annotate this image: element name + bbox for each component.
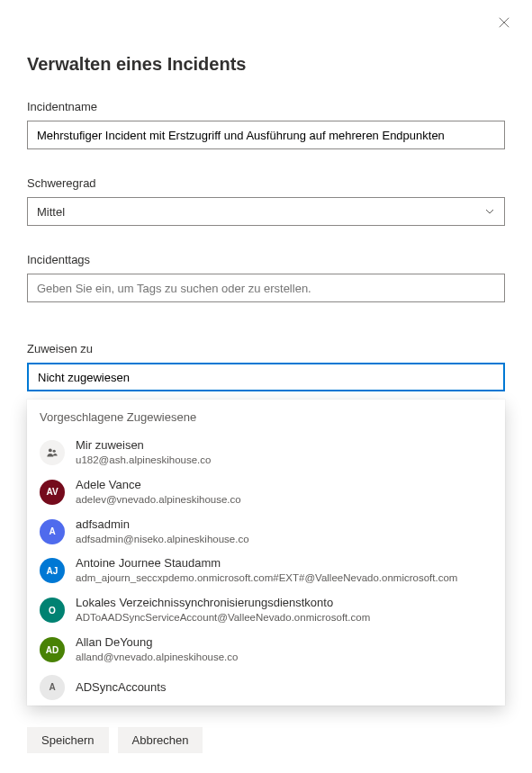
- avatar: A: [40, 519, 65, 544]
- assign-option[interactable]: OLokales Verzeichnissynchronisierungsdie…: [27, 590, 505, 630]
- dropdown-header: Vorgeschlagene Zugewiesene: [27, 400, 505, 433]
- assign-to-label: Zuweisen zu: [27, 342, 505, 355]
- save-button[interactable]: Speichern: [27, 727, 109, 753]
- severity-select[interactable]: Mittel: [27, 197, 505, 226]
- page-title: Verwalten eines Incidents: [27, 54, 505, 75]
- person-name: adfsadmin: [76, 517, 249, 533]
- people-icon: [40, 440, 65, 465]
- severity-label: Schweregrad: [27, 176, 505, 190]
- assign-option[interactable]: ADAllan DeYoungalland@vnevado.alpineskih…: [27, 630, 505, 670]
- person-email: alland@vnevado.alpineskihouse.co: [76, 651, 238, 664]
- person-name: Adele Vance: [76, 478, 241, 493]
- incident-name-input[interactable]: [27, 121, 505, 149]
- person-name: Lokales Verzeichnissynchronisierungsdien…: [76, 596, 370, 611]
- person-name: Allan DeYoung: [76, 635, 238, 651]
- assign-option[interactable]: Aadfsadminadfsadmin@niseko.alpineskihous…: [27, 512, 505, 552]
- person-email: ADToAADSyncServiceAccount@ValleeNevado.o…: [76, 611, 370, 625]
- cancel-button[interactable]: Abbrechen: [118, 727, 203, 753]
- avatar: AD: [40, 637, 65, 662]
- tags-label: Incidenttags: [27, 253, 505, 266]
- avatar: AV: [40, 480, 65, 505]
- assign-option[interactable]: AVAdele Vanceadelev@vnevado.alpineskihou…: [27, 472, 505, 512]
- close-icon: [498, 16, 510, 29]
- assign-option[interactable]: AADSyncAccounts: [27, 670, 505, 706]
- chevron-down-icon: [484, 206, 495, 217]
- assign-to-input[interactable]: [27, 363, 505, 391]
- person-email: adm_ajourn_seccxpdemo.onmicrosoft.com#EX…: [76, 571, 457, 585]
- tags-input[interactable]: [27, 274, 505, 302]
- avatar: O: [40, 598, 65, 623]
- person-name: Antoine Journee Staudamm: [76, 556, 457, 571]
- assign-dropdown: Vorgeschlagene Zugewiesene Mir zuweisenu…: [27, 400, 505, 706]
- incident-name-label: Incidentname: [27, 100, 505, 113]
- dropdown-scroll[interactable]: Mir zuweisenu182@ash.alpineskihouse.coAV…: [27, 433, 505, 706]
- person-name: Mir zuweisen: [76, 438, 211, 454]
- assign-option[interactable]: Mir zuweisenu182@ash.alpineskihouse.co: [27, 433, 505, 472]
- assign-option[interactable]: AJAntoine Journee Staudammadm_ajourn_sec…: [27, 551, 505, 590]
- person-email: adfsadmin@niseko.alpineskihouse.co: [76, 533, 249, 546]
- person-email: adelev@vnevado.alpineskihouse.co: [76, 493, 241, 507]
- person-name: ADSyncAccounts: [76, 680, 166, 696]
- person-email: u182@ash.alpineskihouse.co: [76, 454, 211, 467]
- close-button[interactable]: [498, 16, 512, 31]
- svg-point-3: [53, 450, 56, 453]
- severity-value: Mittel: [37, 205, 65, 219]
- svg-point-2: [49, 448, 52, 452]
- avatar: AJ: [40, 558, 65, 583]
- avatar: A: [40, 675, 65, 700]
